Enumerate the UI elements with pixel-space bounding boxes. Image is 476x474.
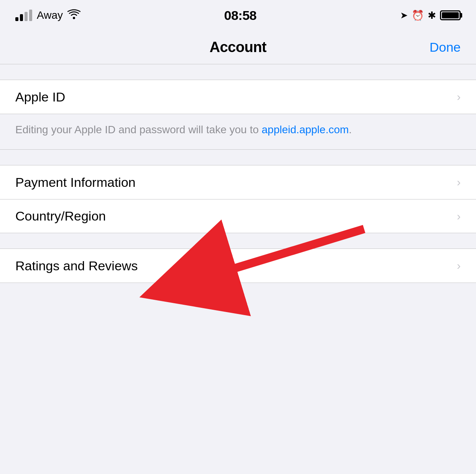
battery-fill bbox=[442, 12, 459, 18]
apple-id-chevron: › bbox=[457, 90, 461, 103]
apple-id-link[interactable]: appleid.apple.com bbox=[262, 124, 349, 136]
signal-bar-1 bbox=[15, 17, 18, 21]
apple-id-label: Apple ID bbox=[15, 90, 65, 105]
info-text: Editing your Apple ID and password will … bbox=[15, 122, 461, 138]
payment-information-label: Payment Information bbox=[15, 175, 136, 190]
carrier-label: Away bbox=[37, 9, 63, 21]
section-spacer-2 bbox=[0, 150, 476, 165]
apple-id-row[interactable]: Apple ID › bbox=[0, 80, 476, 114]
battery-indicator bbox=[440, 10, 461, 20]
apple-id-section: Apple ID › bbox=[0, 80, 476, 114]
status-bar: Away 08:58 ➤ ⏰ ✱ bbox=[0, 0, 476, 31]
ratings-reviews-label: Ratings and Reviews bbox=[15, 258, 138, 273]
payment-information-chevron: › bbox=[457, 176, 461, 189]
info-text-prefix: Editing your Apple ID and password will … bbox=[15, 124, 262, 136]
apple-id-info: Editing your Apple ID and password will … bbox=[0, 114, 476, 150]
payment-section: Payment Information › Country/Region › bbox=[0, 165, 476, 233]
section-spacer-top bbox=[0, 64, 476, 80]
status-right: ➤ ⏰ ✱ bbox=[400, 10, 461, 21]
location-icon: ➤ bbox=[400, 10, 408, 21]
ratings-reviews-chevron: › bbox=[457, 259, 461, 272]
signal-bar-2 bbox=[20, 14, 23, 21]
svg-point-0 bbox=[73, 17, 75, 19]
status-time: 08:58 bbox=[224, 8, 256, 23]
alarm-icon: ⏰ bbox=[412, 10, 424, 21]
done-button[interactable]: Done bbox=[430, 40, 461, 55]
signal-bar-4 bbox=[29, 10, 32, 21]
bluetooth-icon: ✱ bbox=[428, 10, 436, 21]
payment-information-row[interactable]: Payment Information › bbox=[0, 165, 476, 199]
section-spacer-bottom bbox=[0, 283, 476, 298]
signal-bar-3 bbox=[25, 12, 28, 21]
section-spacer-3 bbox=[0, 233, 476, 248]
signal-bars bbox=[15, 10, 32, 21]
country-region-row[interactable]: Country/Region › bbox=[0, 199, 476, 233]
country-region-chevron: › bbox=[457, 210, 461, 223]
ratings-section: Ratings and Reviews › bbox=[0, 248, 476, 283]
country-region-label: Country/Region bbox=[15, 209, 106, 224]
main-content: Apple ID › Editing your Apple ID and pas… bbox=[0, 64, 476, 298]
navigation-bar: Account Done bbox=[0, 31, 476, 64]
status-left: Away bbox=[15, 9, 80, 22]
page-title: Account bbox=[210, 39, 267, 56]
wifi-icon bbox=[67, 9, 80, 22]
ratings-reviews-row[interactable]: Ratings and Reviews › bbox=[0, 249, 476, 283]
info-text-suffix: . bbox=[349, 124, 352, 136]
